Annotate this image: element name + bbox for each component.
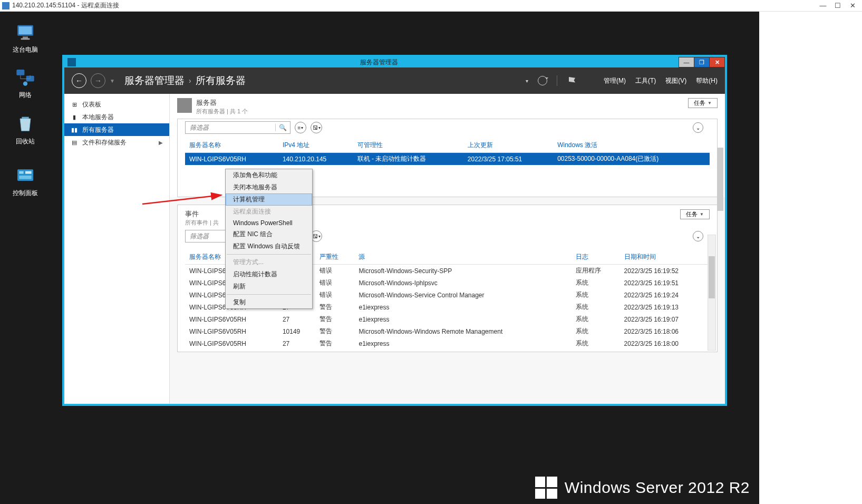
sm-app-icon	[67, 58, 76, 66]
chevron-right-icon: ▶	[159, 140, 163, 146]
nav-back-button[interactable]: ←	[72, 73, 86, 88]
ctx-computer-management[interactable]: 计算机管理	[226, 193, 312, 206]
servers-panel-subtitle: 所有服务器 | 共 1 个	[196, 108, 248, 115]
breadcrumb: 服务器管理器 › 所有服务器	[124, 74, 246, 88]
ctx-wer[interactable]: 配置 Windows 自动反馈	[226, 240, 312, 253]
ctx-manage-as: 管理方式...	[226, 256, 312, 268]
col-server-name[interactable]: 服务器名称	[185, 138, 278, 153]
remote-desktop: 这台电脑 网络 回收站 控制面板 服务器管理器 — ❐ ✕ ← → ▼	[0, 12, 759, 504]
sidebar-item-label: 所有服务器	[82, 125, 114, 134]
content-scrollbar[interactable]	[717, 148, 723, 211]
servers-filter-input[interactable]	[186, 122, 275, 133]
sm-min-button[interactable]: —	[679, 57, 694, 67]
col-activation[interactable]: Windows 激活	[553, 138, 710, 153]
desktop-icon-label: 控制面板	[5, 189, 45, 198]
svg-rect-3	[21, 38, 30, 40]
desktop-icon-label: 这台电脑	[5, 45, 45, 54]
os-brand: Windows Server 2012 R2	[535, 477, 750, 499]
event-row[interactable]: WIN-LGIPS6V05RH10149警告Microsoft-Windows-…	[185, 325, 710, 337]
rdp-close-button[interactable]: ✕	[845, 2, 860, 9]
svg-rect-10	[25, 171, 32, 174]
ctx-remote-desktop: 远程桌面连接	[226, 206, 312, 218]
rdp-max-button[interactable]: ☐	[830, 2, 845, 9]
svg-rect-1	[19, 26, 32, 34]
servers-panel-icon	[177, 98, 192, 113]
sm-header: ← → ▼ 服务器管理器 › 所有服务器 ▾ 管理(M) 工具(T) 视图(V)…	[64, 67, 725, 94]
servers-expand-button[interactable]: ⌄	[693, 122, 703, 133]
col-manageability[interactable]: 可管理性	[353, 138, 463, 153]
rdp-icon	[2, 2, 9, 9]
sidebar-item-dashboard[interactable]: ⊞仪表板	[64, 98, 169, 111]
sm-max-button[interactable]: ❐	[694, 57, 710, 67]
rdp-min-button[interactable]: —	[816, 2, 830, 9]
svg-rect-8	[17, 169, 33, 181]
events-tasks-button[interactable]: 任务	[680, 209, 710, 219]
col-source[interactable]: 源	[354, 250, 572, 265]
desktop-icon-network[interactable]: 网络	[5, 66, 45, 100]
events-expand-button[interactable]: ⌄	[693, 231, 703, 241]
menu-view[interactable]: 视图(V)	[665, 76, 686, 85]
search-icon[interactable]: 🔍	[275, 124, 290, 131]
sidebar: ⊞仪表板 ▮本地服务器 ▮▮所有服务器 ▤文件和存储服务▶	[64, 94, 170, 404]
ctx-shutdown-local[interactable]: 关闭本地服务器	[226, 181, 312, 193]
desktop-icon-control-panel[interactable]: 控制面板	[5, 164, 45, 198]
refresh-icon[interactable]	[538, 76, 547, 85]
svg-point-6	[23, 82, 27, 86]
svg-rect-2	[23, 36, 28, 38]
nav-forward-button: →	[91, 73, 105, 88]
sidebar-item-label: 文件和存储服务	[82, 138, 127, 147]
flag-icon[interactable]	[569, 77, 575, 84]
sidebar-item-all-servers[interactable]: ▮▮所有服务器	[64, 123, 169, 136]
col-log[interactable]: 日志	[572, 250, 619, 265]
sidebar-item-local-server[interactable]: ▮本地服务器	[64, 111, 169, 123]
col-ipv4[interactable]: IPv4 地址	[278, 138, 353, 153]
storage-icon: ▤	[71, 139, 78, 146]
windows-logo-icon	[535, 477, 557, 499]
sidebar-item-label: 仪表板	[82, 100, 101, 109]
menu-tools[interactable]: 工具(T)	[635, 76, 656, 85]
event-row[interactable]: WIN-LGIPS6V05RH27警告e1iexpress系统2022/3/25…	[185, 337, 710, 350]
svg-rect-7	[22, 117, 28, 119]
ctx-powershell[interactable]: Windows PowerShell	[226, 218, 312, 228]
server-row[interactable]: WIN-LGIPS6V05RH 140.210.20.145 联机 - 未启动性…	[185, 153, 710, 166]
breadcrumb-leaf[interactable]: 所有服务器	[196, 74, 246, 88]
col-last-update[interactable]: 上次更新	[463, 138, 553, 153]
sm-close-button[interactable]: ✕	[709, 57, 725, 67]
desktop-icon-label: 网络	[5, 91, 45, 100]
sidebar-item-label: 本地服务器	[82, 113, 114, 122]
server-manager-window: 服务器管理器 — ❐ ✕ ← → ▼ 服务器管理器 › 所有服务器 ▾	[64, 56, 725, 404]
desktop-icon-label: 回收站	[5, 137, 45, 146]
servers-filter-box: 🔍	[185, 121, 290, 134]
rdp-titlebar: 140.210.20.145:51104 - 远程桌面连接 — ☐ ✕	[0, 0, 862, 12]
breadcrumb-root[interactable]: 服务器管理器	[124, 74, 185, 88]
servers-columns-button[interactable]: ≡	[295, 122, 306, 133]
sm-titlebar[interactable]: 服务器管理器 — ❐ ✕	[64, 57, 725, 67]
ctx-nic-teaming[interactable]: 配置 NIC 组合	[226, 228, 312, 240]
desktop-icon-this-pc[interactable]: 这台电脑	[5, 21, 45, 54]
os-brand-text: Windows Server 2012 R2	[565, 479, 750, 497]
ctx-add-roles[interactable]: 添加角色和功能	[226, 169, 312, 181]
servers-tasks-button[interactable]: 任务	[688, 98, 718, 108]
events-scrollbar[interactable]	[708, 235, 716, 351]
sidebar-item-file-storage[interactable]: ▤文件和存储服务▶	[64, 136, 169, 149]
col-severity[interactable]: 严重性	[315, 250, 354, 265]
svg-rect-11	[19, 176, 31, 179]
ctx-refresh[interactable]: 刷新	[226, 280, 312, 293]
desktop-icon-recycle-bin[interactable]: 回收站	[5, 113, 45, 146]
nav-history-dropdown[interactable]: ▼	[110, 78, 115, 84]
event-row[interactable]: WIN-LGIPS6V05RH27警告e1iexpress系统2022/3/25…	[185, 313, 710, 325]
menu-manage[interactable]: 管理(M)	[604, 76, 626, 85]
svg-rect-4	[16, 70, 24, 75]
header-options-icon[interactable]: ▾	[526, 78, 528, 84]
servers-table: 服务器名称 IPv4 地址 可管理性 上次更新 Windows 激活 WIN-L…	[185, 138, 710, 165]
ctx-copy[interactable]: 复制	[226, 296, 312, 308]
context-menu: 添加角色和功能 关闭本地服务器 计算机管理 远程桌面连接 Windows Pow…	[225, 169, 313, 309]
servers-save-button[interactable]: 🖫	[311, 122, 322, 133]
ctx-start-perf-counters[interactable]: 启动性能计数器	[226, 268, 312, 280]
svg-rect-9	[19, 171, 23, 174]
col-datetime[interactable]: 日期和时间	[620, 250, 710, 265]
servers-icon: ▮▮	[71, 126, 78, 133]
server-icon: ▮	[71, 113, 78, 121]
menu-help[interactable]: 帮助(H)	[696, 76, 718, 85]
rdp-title: 140.210.20.145:51104 - 远程桌面连接	[12, 1, 119, 10]
